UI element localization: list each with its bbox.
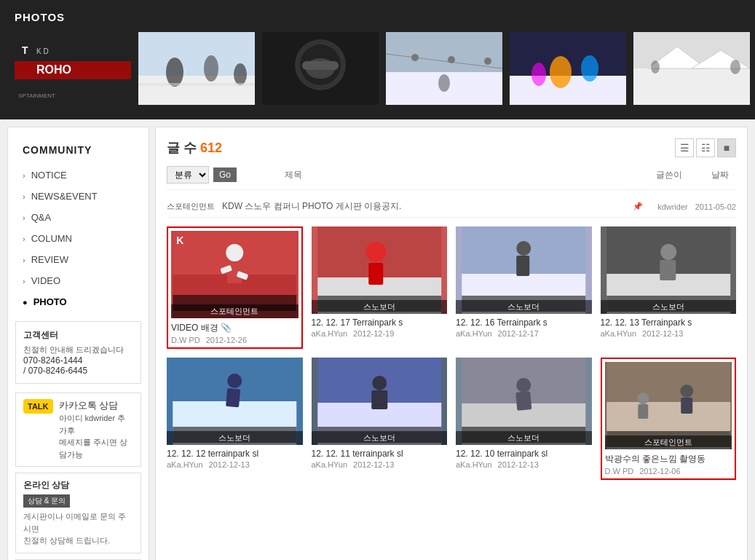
- arrow-icon-photo: ●: [23, 298, 28, 307]
- post-count: 글 수 612: [167, 139, 222, 157]
- notice-title: KDW 스노우 컴퍼니 PHOTO 게시판 이용공지.: [222, 200, 630, 213]
- thumbnail-1[interactable]: T K D ROHO SPTAINMENT: [15, 32, 131, 105]
- online-desc: 게시판이나 이메일로 문의 주시면친절히 상담해 드립니다.: [23, 510, 133, 547]
- photo-meta-5: aKa.HYun 2012-12-13: [167, 460, 303, 469]
- sidebar-item-video[interactable]: › VIDEO: [8, 270, 149, 291]
- photo-title-7: 12. 12. 10 terrainpark sl: [456, 449, 592, 459]
- community-section-title: COMMUNITY: [8, 138, 149, 165]
- svg-point-34: [651, 60, 660, 74]
- photo-meta-8: D.W PD 2012-12-06: [605, 467, 732, 476]
- online-box: 온라인 상담 상담 & 문의 게시판이나 이메일로 문의 주시면친절히 상담해 …: [15, 473, 141, 553]
- grid-small-view-button[interactable]: ☷: [696, 138, 715, 157]
- photo-tag-1: 스포테인먼트: [171, 304, 299, 318]
- sidebar-item-column[interactable]: › COLUMN: [8, 228, 149, 249]
- svg-rect-30: [633, 68, 750, 105]
- photo-date-5: 2012-12-13: [209, 460, 250, 469]
- photo-grid: K 스포테인먼트 VIDEO 배경 📎 D.W PD 2012-12-26: [167, 226, 736, 480]
- photo-meta-4: aKa.HYun 2012-12-13: [601, 329, 737, 338]
- photo-tag-2: 스노보더: [312, 300, 448, 314]
- svg-text:T: T: [22, 44, 28, 56]
- photo-thumb-8: 스포테인먼트: [605, 362, 732, 449]
- photo-author-2: aKa.HYun: [312, 329, 348, 338]
- photo-author-1: D.W PD: [171, 336, 200, 344]
- support-title: 고객센터: [23, 329, 133, 342]
- talk-icon: TALK: [23, 399, 53, 414]
- sidebar-label-qa: Q&A: [31, 212, 51, 223]
- svg-point-45: [365, 242, 386, 262]
- svg-point-65: [372, 376, 387, 390]
- photo-tag-7: 스노보더: [456, 431, 592, 445]
- photo-date-7: 2012-12-13: [498, 460, 539, 469]
- svg-point-27: [581, 55, 598, 82]
- svg-rect-76: [681, 398, 692, 414]
- arrow-icon-qa: ›: [23, 213, 25, 222]
- online-title: 온라인 상담: [23, 479, 133, 492]
- svg-rect-16: [302, 61, 339, 70]
- svg-rect-78: [638, 404, 648, 419]
- photo-date-2: 2012-12-19: [353, 329, 394, 338]
- photo-thumb-5: 스노보더: [167, 358, 303, 445]
- photo-card-2[interactable]: 스노보더 12. 12. 17 Terrainpark s aKa.HYun 2…: [312, 226, 448, 349]
- photo-tag-3: 스노보더: [456, 300, 592, 314]
- thumbnail-3[interactable]: [262, 32, 379, 105]
- photo-tag-5: 스노보더: [167, 431, 303, 445]
- svg-point-21: [448, 56, 455, 63]
- svg-rect-71: [515, 391, 531, 411]
- sidebar-item-notice[interactable]: › NOTICE: [8, 165, 149, 186]
- arrow-icon-video: ›: [23, 277, 25, 285]
- kakao-talk-box[interactable]: TALK 카카오톡 상담 아이디 kdwrider 추가후메세지를 주시면 상담…: [15, 393, 141, 467]
- sidebar-label-column: COLUMN: [31, 233, 72, 244]
- photo-author-4: aKa.HYun: [601, 329, 637, 338]
- photo-author-5: aKa.HYun: [167, 460, 203, 469]
- svg-point-75: [680, 384, 693, 398]
- online-btn[interactable]: 상담 & 문의: [23, 494, 70, 508]
- thumbnail-5[interactable]: [510, 32, 626, 105]
- svg-point-50: [516, 241, 531, 256]
- svg-point-22: [484, 58, 491, 65]
- photo-card-1[interactable]: K 스포테인먼트 VIDEO 배경 📎 D.W PD 2012-12-26: [167, 226, 303, 349]
- sidebar-item-review[interactable]: › REVIEW: [8, 249, 149, 270]
- photo-thumb-2: 스노보더: [312, 226, 448, 314]
- pin-icon: 📌: [633, 202, 643, 211]
- photo-thumb-4: 스노보더: [601, 226, 737, 314]
- photo-card-4[interactable]: 스노보더 12. 12. 13 Terrainpark s aKa.HYun 2…: [601, 226, 737, 349]
- photo-tag-6: 스노보더: [312, 431, 448, 445]
- thumbnail-4[interactable]: [386, 32, 502, 105]
- notice-author: kdwrider: [657, 202, 688, 211]
- go-button[interactable]: Go: [213, 167, 237, 182]
- photo-card-7[interactable]: 스노보더 12. 12. 10 terrainpark sl aKa.HYun …: [456, 358, 592, 480]
- post-count-number: 612: [200, 141, 222, 155]
- sidebar-item-qa[interactable]: › Q&A: [8, 207, 149, 228]
- photo-thumb-6: 스노보더: [312, 358, 448, 445]
- svg-rect-66: [371, 390, 387, 409]
- grid-large-view-button[interactable]: ■: [717, 138, 736, 157]
- svg-rect-61: [226, 388, 240, 407]
- content-header: 글 수 612 ☰ ☷ ■: [167, 138, 736, 157]
- photo-tag-8: 스포테인먼트: [605, 435, 732, 449]
- sidebar-label-notice: NOTICE: [31, 170, 67, 181]
- thumbnail-2[interactable]: [138, 32, 255, 105]
- photo-title-2: 12. 12. 17 Terrainpark s: [312, 318, 448, 328]
- list-view-button[interactable]: ☰: [675, 138, 694, 157]
- content-area: 글 수 612 ☰ ☷ ■ 분류 Go 제목 글쓴이 날짜 스포테인먼트 KDW…: [155, 127, 748, 560]
- svg-text:K D: K D: [36, 47, 49, 55]
- photo-card-5[interactable]: 스노보더 12. 12. 12 terrainpark sl aKa.HYun …: [167, 358, 303, 480]
- photo-card-3[interactable]: 스노보더 12. 12. 16 Terrainpark s aKa.HYun 2…: [456, 226, 592, 349]
- notice-row[interactable]: 스포테인먼트 KDW 스노우 컴퍼니 PHOTO 게시판 이용공지. 📌 kdw…: [167, 196, 736, 218]
- photos-section-title: PHOTOS: [15, 11, 740, 23]
- support-box: 고객센터 친절히 안내해 드리겠습니다 070-8246-1444 / 070-…: [15, 321, 141, 384]
- svg-point-8: [166, 58, 183, 87]
- photo-card-8[interactable]: 스포테인먼트 박광수의 좋은느낌 촬영동 D.W PD 2012-12-06: [601, 358, 737, 480]
- svg-rect-3: [15, 61, 131, 79]
- category-select[interactable]: 분류: [167, 166, 209, 184]
- view-buttons: ☰ ☷ ■: [675, 138, 736, 157]
- photo-thumb-7: 스노보더: [456, 358, 592, 445]
- col-author: 글쓴이: [656, 169, 682, 181]
- photo-card-6[interactable]: 스노보더 12. 12. 11 terrainpark sl aKa.HYun …: [312, 358, 448, 480]
- thumbnail-6[interactable]: [633, 32, 750, 105]
- sidebar-item-news-event[interactable]: › NEWS&EVENT: [8, 186, 149, 207]
- sidebar-item-photo[interactable]: ● PHOTO: [8, 291, 149, 312]
- svg-point-60: [227, 374, 242, 388]
- photo-author-6: aKa.HYun: [312, 460, 348, 469]
- sidebar-label-video: VIDEO: [31, 275, 60, 286]
